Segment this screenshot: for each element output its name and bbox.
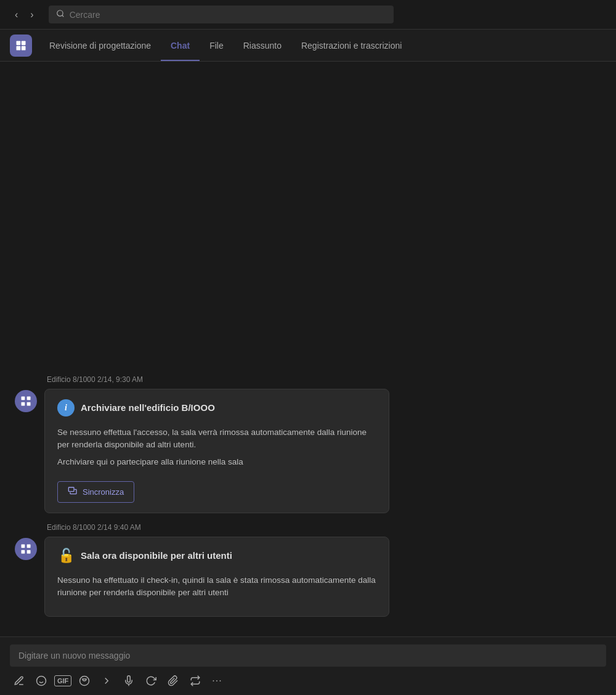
svg-line-1 (62, 15, 63, 17)
audio-button[interactable] (120, 673, 138, 689)
svg-rect-9 (27, 402, 31, 405)
attach-button[interactable] (164, 673, 182, 689)
search-bar (49, 6, 394, 23)
message-group-1: Edificio 8/1000 2/14, 9:30 AM i Archivia… (0, 375, 616, 523)
chat-area: Edificio 8/1000 2/14, 9:30 AM i Archivia… (0, 62, 616, 636)
svg-point-0 (57, 10, 62, 16)
card-header-2: 🔓 Sala ora disponibile per altri utenti (57, 547, 376, 564)
message-timestamp-1: Edificio 8/1000 2/14, 9:30 AM (47, 375, 601, 384)
card-body-text-2a: Nessuno ha effettuato il check-in, quind… (57, 574, 376, 599)
tab-file[interactable]: File (200, 30, 233, 61)
message-row-2: 🔓 Sala ora disponibile per altri utenti … (15, 537, 601, 617)
back-button[interactable]: ‹ (10, 7, 23, 23)
svg-rect-5 (22, 46, 26, 50)
message-card-1: i Archiviare nell'edificio B/IOOO Se nes… (44, 389, 389, 513)
message-row-1: i Archiviare nell'edificio B/IOOO Se nes… (15, 389, 601, 513)
card-title-2: Sala ora disponibile per altri utenti (81, 550, 232, 561)
svg-rect-14 (27, 550, 31, 553)
message-input-placeholder[interactable]: Digitare un nuovo messaggio (10, 644, 606, 667)
card-body-2: Nessuno ha effettuato il check-in, quind… (57, 574, 376, 599)
sticker-button[interactable] (75, 673, 94, 689)
format-button[interactable] (10, 673, 28, 689)
channel-header: Revisione di progettazione Chat File Ria… (0, 30, 616, 62)
tab-riassunto[interactable]: Riassunto (233, 30, 291, 61)
svg-rect-11 (22, 544, 25, 548)
channel-app-icon (10, 35, 32, 57)
message-timestamp-2: Edificio 8/1000 2/14 9:40 AM (47, 523, 601, 532)
svg-rect-8 (22, 402, 25, 405)
emoji-button[interactable] (32, 673, 51, 689)
svg-rect-4 (17, 46, 21, 50)
svg-rect-3 (22, 41, 26, 45)
avatar-1 (15, 390, 37, 412)
card-body-text-1b: Archiviare qui o partecipare alla riunio… (57, 456, 376, 468)
svg-rect-10 (68, 487, 74, 492)
message-card-2: 🔓 Sala ora disponibile per altri utenti … (44, 537, 389, 617)
svg-rect-2 (17, 41, 21, 45)
card-body-text-1a: Se nessuno effettua l'accesso, la sala v… (57, 426, 376, 452)
message-group-2: Edificio 8/1000 2/14 9:40 AM 🔓 Sala ora … (0, 523, 616, 627)
toolbar-row: GIF (0, 669, 616, 695)
card-title-1: Archiviare nell'edificio B/IOOO (81, 402, 215, 413)
svg-rect-12 (27, 544, 31, 548)
gif-button[interactable]: GIF (54, 675, 71, 686)
channel-tabs: Revisione di progettazione Chat File Ria… (39, 30, 411, 61)
tab-registrazioni[interactable]: Registrazioni e trascrizioni (291, 30, 411, 61)
sync-button[interactable]: Sincronizza (57, 481, 134, 503)
send-button[interactable] (97, 673, 116, 689)
more-button[interactable]: ··· (208, 673, 225, 689)
chat-input-area: Digitare un nuovo messaggio GIF (0, 636, 616, 695)
svg-rect-13 (22, 550, 25, 553)
svg-rect-6 (22, 396, 25, 400)
lock-icon: 🔓 (57, 547, 75, 564)
tab-revisione[interactable]: Revisione di progettazione (39, 30, 161, 61)
forward-button[interactable]: › (25, 7, 38, 23)
card-body-1: Se nessuno effettua l'accesso, la sala v… (57, 426, 376, 469)
search-icon (56, 9, 65, 20)
sync-icon (68, 486, 78, 498)
search-input[interactable] (70, 10, 386, 20)
info-icon: i (57, 399, 75, 417)
top-bar: ‹ › (0, 0, 616, 30)
avatar-2 (15, 538, 37, 560)
card-header-1: i Archiviare nell'edificio B/IOOO (57, 399, 376, 417)
svg-point-15 (37, 677, 46, 686)
record-button[interactable] (142, 673, 160, 689)
tab-chat[interactable]: Chat (161, 30, 200, 61)
loop-button[interactable] (186, 673, 205, 689)
sync-label: Sincronizza (83, 487, 124, 497)
nav-arrows: ‹ › (10, 7, 39, 23)
svg-rect-7 (27, 396, 31, 400)
